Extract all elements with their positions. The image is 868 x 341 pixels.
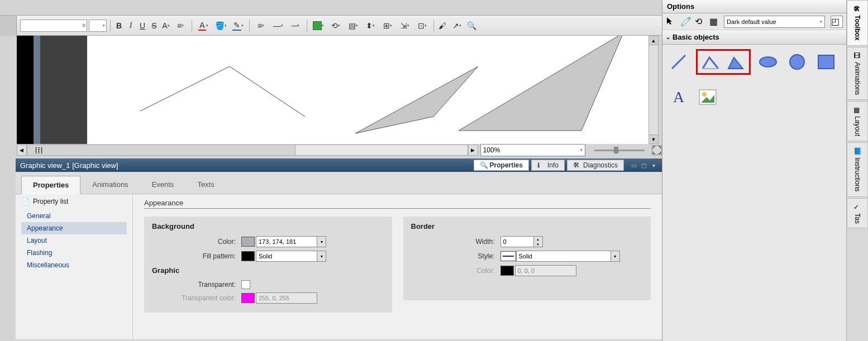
style-preview[interactable]: ◰ <box>831 16 843 28</box>
grid-icon[interactable]: ▦ <box>709 16 721 27</box>
formatting-toolbar: ☰ ▾ B I U S Ax ≡▾ A▾ 🪣▾ ✎▾ ≡▾ —▾ ─▾ ▾ ⟲▾… <box>17 16 662 36</box>
fill-pattern-dropdown[interactable]: ▾ <box>317 251 326 262</box>
size-button[interactable]: ⇲▾ <box>397 20 413 31</box>
bg-color-dropdown[interactable]: ▾ <box>317 236 326 247</box>
canvas-vscrollbar[interactable]: ▲ ▼ <box>648 36 659 144</box>
line-shape[interactable] <box>667 51 690 73</box>
svg-marker-2 <box>728 57 743 69</box>
border-width-input[interactable]: 0 <box>500 236 534 247</box>
polygon-shape-tool[interactable] <box>724 51 748 73</box>
vtab-tasks[interactable]: ✓Tas <box>847 198 868 229</box>
canvas-blue-strip <box>34 36 40 144</box>
chevron-down-icon: ⌄ <box>666 34 670 40</box>
bold-button[interactable]: B <box>114 20 124 31</box>
window-max-icon[interactable]: ▢ <box>640 161 647 169</box>
ellipse-shape-tool[interactable] <box>756 51 780 73</box>
strike-button[interactable]: S <box>149 20 159 31</box>
chevron-down-icon[interactable]: ▾ <box>650 161 657 169</box>
scroll-down-icon[interactable]: ▼ <box>649 135 658 143</box>
nav-layout[interactable]: Layout <box>21 234 127 247</box>
polyline-shape[interactable] <box>140 66 305 117</box>
rectangle-shape-tool[interactable] <box>814 51 838 73</box>
animations-icon: 🎞 <box>853 52 861 60</box>
superscript-button[interactable]: Ax <box>161 20 171 31</box>
border-style-dropdown[interactable]: ▾ <box>611 251 620 262</box>
tab-animations[interactable]: Animations <box>80 175 140 194</box>
toolbox-sidebar: Options 🧷 ⟲ ▦ Dark default value▾ ◰ ⌄ Ba… <box>662 0 846 341</box>
circle-shape-tool[interactable] <box>785 51 809 73</box>
scroll-up-icon[interactable]: ▲ <box>649 36 658 45</box>
tab-texts[interactable]: Texts <box>185 175 226 194</box>
fill-pattern-input[interactable]: Solid <box>256 251 317 262</box>
border-width-spinner[interactable]: ▲▼ <box>534 236 543 247</box>
align-button[interactable]: ≡▾ <box>173 20 188 31</box>
underline-button[interactable]: U <box>137 20 147 31</box>
graphic-title: Graphic <box>152 266 384 275</box>
fit-screen-button[interactable]: ⛶ <box>652 145 662 155</box>
align-obj-button[interactable]: ⬍▾ <box>363 20 378 31</box>
vtab-instructions[interactable]: 📘Instructions <box>847 142 868 196</box>
bg-color-swatch[interactable] <box>241 237 255 247</box>
fill-color-button[interactable]: 🪣▾ <box>213 20 228 31</box>
style-select[interactable]: Dark default value▾ <box>724 16 825 28</box>
window-layout-icon[interactable]: ▭ <box>629 161 637 169</box>
instructions-icon: 📘 <box>853 147 861 155</box>
triangle-shape-2[interactable] <box>459 36 623 131</box>
design-canvas[interactable] <box>87 36 648 144</box>
scroll-left-icon[interactable]: ◀ <box>17 145 27 156</box>
triangle-shape-1[interactable] <box>355 66 478 133</box>
border-style-input[interactable]: Solid <box>516 251 611 262</box>
border-width-label: Width: <box>411 238 500 246</box>
nav-flashing[interactable]: Flashing <box>21 247 127 259</box>
italic-button[interactable]: I <box>126 20 136 31</box>
inspector-tab-info[interactable]: ℹInfo <box>531 160 565 171</box>
vtab-toolbox[interactable]: 🛠Toolbox <box>847 0 868 46</box>
nav-miscellaneous[interactable]: Miscellaneous <box>21 259 127 271</box>
inspector-tab-diagnostics[interactable]: 🛠Diagnostics <box>567 160 624 171</box>
zoom-slider[interactable] <box>589 144 650 156</box>
line-width-button[interactable]: ≡▾ <box>253 20 269 31</box>
distribute-button[interactable]: ⊞▾ <box>380 20 395 31</box>
image-shape-tool[interactable] <box>696 86 719 108</box>
line-style-button[interactable]: —▾ <box>270 20 286 31</box>
zoom-button[interactable]: 🔍 <box>466 20 476 31</box>
bg-color-input[interactable]: 173, 174, 181 <box>256 236 317 247</box>
properties-icon: 🔍 <box>480 161 488 169</box>
font-name-field[interactable]: ☰ <box>20 20 87 32</box>
hscroll-thumb[interactable]: ⁞⁞⁞ <box>27 145 295 155</box>
font-size-field[interactable]: ▾ <box>89 20 107 32</box>
polyline-shape-tool[interactable] <box>699 51 722 73</box>
property-section-title: Appearance <box>144 199 651 209</box>
order-button[interactable]: ▤▾ <box>345 20 361 31</box>
inspector-title: Graphic view_1 [Graphic view] <box>20 161 118 170</box>
fill-style-button[interactable]: ▾ <box>311 20 326 31</box>
nav-general[interactable]: General <box>21 210 127 222</box>
cursor-icon[interactable] <box>666 16 677 27</box>
arrow-button[interactable]: ↗▾ <box>449 20 465 31</box>
basic-objects-header[interactable]: ⌄ Basic objects <box>662 30 846 45</box>
top-spacer <box>0 0 662 16</box>
canvas-hscrollbar[interactable]: ⁞⁞⁞ <box>27 145 468 156</box>
nav-appearance[interactable]: Appearance <box>21 222 127 234</box>
scroll-right-icon[interactable]: ▶ <box>468 145 478 156</box>
rotate-button[interactable]: ⟲▾ <box>328 20 344 31</box>
rotate-icon[interactable]: ⟲ <box>695 16 706 27</box>
text-shape-tool[interactable]: A <box>667 86 690 108</box>
brush-button[interactable]: 🖌 <box>437 20 447 31</box>
tab-events[interactable]: Events <box>140 175 186 194</box>
stamp-icon[interactable]: 🧷 <box>680 16 691 27</box>
tab-properties[interactable]: Properties <box>21 176 80 194</box>
toolbar-handle <box>0 16 17 36</box>
font-color-button[interactable]: A▾ <box>195 20 211 31</box>
zoom-input[interactable]: 100%▾ <box>480 144 585 156</box>
transparent-checkbox[interactable] <box>241 280 250 289</box>
vtab-layout[interactable]: ▦Layout <box>847 101 868 141</box>
line-color-button[interactable]: ✎▾ <box>230 20 246 31</box>
border-color-swatch <box>500 266 514 276</box>
line-end-button[interactable]: ─▾ <box>288 20 303 31</box>
fill-pattern-swatch[interactable] <box>241 251 255 261</box>
vtab-animations[interactable]: 🎞Animations <box>847 47 868 100</box>
group-button[interactable]: ⊡▾ <box>414 20 430 31</box>
inspector-tab-properties[interactable]: 🔍Properties <box>474 160 529 171</box>
border-color-label: Color: <box>411 267 500 275</box>
